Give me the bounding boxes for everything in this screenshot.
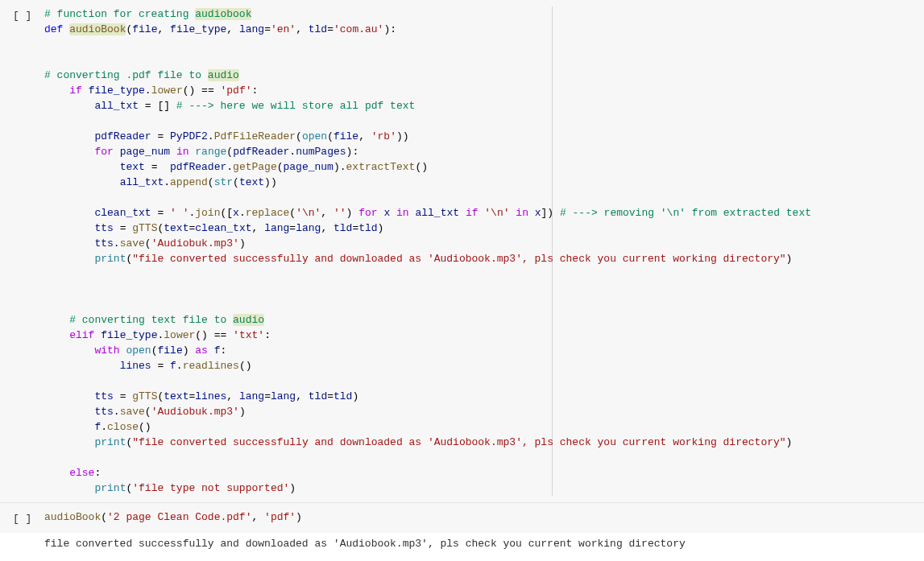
output-cell: file converted successfully and download… — [0, 533, 924, 561]
code-editor-1[interactable]: # function for creating audiobook def au… — [44, 6, 924, 496]
cell-gutter[interactable]: [ ] — [0, 6, 44, 23]
code-editor-2[interactable]: audioBook('2 page Clean Code.pdf', 'pdf'… — [44, 509, 924, 525]
cell-gutter[interactable]: [ ] — [0, 509, 44, 526]
exec-count-1: [ ] — [13, 10, 31, 22]
output-area: file converted successfully and download… — [44, 536, 924, 551]
code-cell-1: [ ] # function for creating audiobook de… — [0, 0, 924, 502]
code-content-2[interactable]: audioBook('2 page Clean Code.pdf', 'pdf'… — [44, 509, 918, 525]
code-cell-2: [ ] audioBook('2 page Clean Code.pdf', '… — [0, 503, 924, 533]
code-content-1[interactable]: # function for creating audiobook def au… — [44, 6, 918, 496]
output-gutter — [0, 536, 44, 538]
exec-count-2: [ ] — [13, 513, 31, 525]
output-text: file converted successfully and download… — [44, 536, 918, 551]
